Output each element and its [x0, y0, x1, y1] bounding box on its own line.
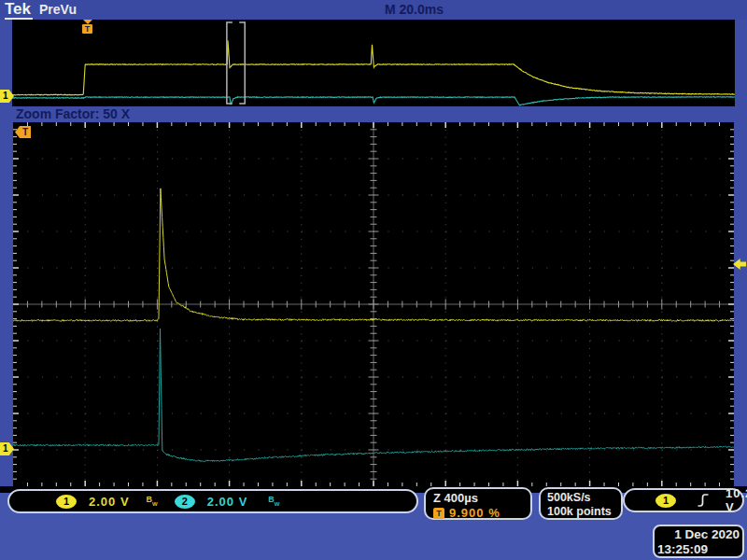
trigger-position-readout: 9.900 %: [449, 506, 500, 520]
ch2-bandwidth-icon: BW: [268, 493, 279, 509]
trigger-level-readout: 10.2 V: [726, 486, 747, 514]
header-bar: Tek PreVu M 20.0ms: [0, 0, 747, 20]
zoom-timebase-readout: Z 400µs: [433, 491, 530, 505]
datetime-box: 1 Dec 2020 13:25:09: [653, 525, 744, 558]
zoom-factor-bar: Zoom Factor: 50 X: [0, 106, 747, 122]
overview-waveform: [12, 20, 735, 106]
ch2-badge: 2: [175, 495, 195, 509]
ch1-bandwidth-icon: BW: [147, 493, 158, 509]
ch2-scale-readout: 2.00 V: [207, 495, 248, 509]
ch1-badge: 1: [56, 495, 77, 509]
overview-panel: [12, 20, 735, 106]
trigger-t-icon: T: [82, 24, 92, 34]
rising-edge-icon: [698, 493, 709, 508]
trigger-readout-box: 1 10.2 V: [623, 488, 744, 512]
acquisition-status: PreVu: [39, 2, 77, 17]
zoom-factor-label: Zoom Factor: 50 X: [16, 106, 130, 121]
time-readout: 13:25:09: [655, 542, 742, 557]
trigger-position-t-icon: T: [433, 508, 444, 519]
record-length-readout: 100k points: [547, 505, 621, 519]
trigger-source-badge: 1: [655, 494, 676, 508]
main-timebase-readout: M 20.0ms: [385, 2, 444, 17]
ch1-scale-readout: 2.00 V: [89, 495, 130, 509]
overview-trigger-position-marker: T: [82, 20, 93, 34]
main-graticule-panel: [13, 122, 734, 486]
date-readout: 1 Dec 2020: [655, 527, 742, 542]
oscilloscope-screen: Tek PreVu M 20.0ms T 1 Zoom Factor: 50 X…: [0, 0, 747, 560]
main-waveform: [13, 122, 734, 486]
zoom-timebase-box: Z 400µs T 9.900 %: [424, 487, 532, 520]
tek-logo: Tek: [5, 0, 33, 20]
trigger-level-arrow-icon: [733, 259, 746, 270]
channel-readout-box: 1 2.00 V BW 2 2.00 V BW: [7, 489, 418, 513]
main-ch1-ground-marker: 1: [0, 442, 14, 455]
acquisition-box: 500kS/s 100k points: [539, 487, 623, 520]
sample-rate-readout: 500kS/s: [547, 491, 621, 505]
